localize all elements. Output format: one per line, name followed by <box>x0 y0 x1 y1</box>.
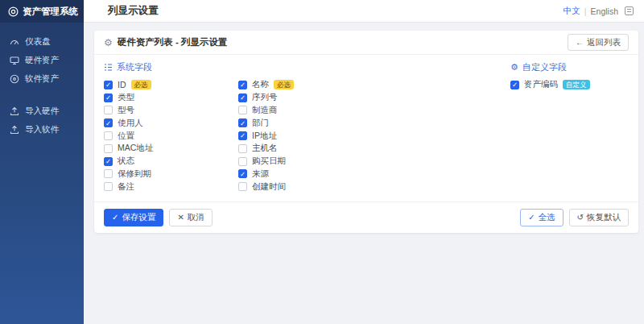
field-row: 型号 <box>104 105 238 117</box>
field-label: ID <box>118 80 126 89</box>
custom-fields-title: 自定义字段 <box>522 61 567 73</box>
sidebar-item-import-hardware[interactable]: 导入硬件 <box>0 102 84 120</box>
field-row: ✓序列号 <box>238 92 373 104</box>
checkbox[interactable]: ✓ <box>238 81 247 89</box>
checkbox[interactable]: ✓ <box>238 169 247 178</box>
menu-group-divider <box>0 88 84 102</box>
custom-fields-section: ⚙ 自定义字段 ✓资产编码自定义 <box>510 61 590 193</box>
cancel-button[interactable]: ✕ 取消 <box>169 209 212 226</box>
field-label: 部门 <box>252 118 269 129</box>
checkbox[interactable]: ✓ <box>104 157 113 166</box>
card-footer: ✓ 保存设置 ✕ 取消 ✓ 全选 <box>94 201 638 233</box>
checkbox[interactable]: ✓ <box>238 131 247 140</box>
field-row: ✓IP地址 <box>238 130 373 142</box>
field-row: 制造商 <box>238 105 373 117</box>
sidebar-item-software-assets[interactable]: 软件资产 <box>0 69 84 88</box>
close-icon: ✕ <box>177 214 184 222</box>
sidebar-item-import-software[interactable]: 导入软件 <box>0 120 84 139</box>
checkbox[interactable]: ✓ <box>238 93 247 102</box>
checkbox[interactable] <box>238 157 247 166</box>
checkbox[interactable] <box>104 169 113 178</box>
field-row: 备注 <box>104 181 238 193</box>
field-label: 型号 <box>118 105 134 116</box>
check-icon: ✓ <box>112 214 118 222</box>
checkbox[interactable] <box>238 106 247 114</box>
field-row: ✓状态 <box>104 156 238 168</box>
content: ⚙ 硬件资产列表 - 列显示设置 ← 返回列表 <box>84 23 644 324</box>
arrow-left-icon: ← <box>576 39 584 47</box>
lang-english-link[interactable]: English <box>591 6 618 16</box>
field-row: ✓来源 <box>238 168 373 181</box>
field-label: 名称 <box>252 79 269 90</box>
docs-icon[interactable] <box>625 6 634 15</box>
custom-fields-header: ⚙ 自定义字段 <box>510 61 590 73</box>
field-row: 购买日期 <box>238 156 373 168</box>
checkbox[interactable] <box>238 144 247 153</box>
checkbox[interactable]: ✓ <box>238 118 247 127</box>
field-row: MAC地址 <box>104 143 238 155</box>
sidebar-item-label: 仪表盘 <box>25 36 51 48</box>
page-title: 列显示设置 <box>108 4 159 18</box>
sidebar-item-hardware-assets[interactable]: 硬件资产 <box>0 51 84 69</box>
settings-card: ⚙ 硬件资产列表 - 列显示设置 ← 返回列表 <box>94 31 638 233</box>
checkbox[interactable] <box>104 131 113 140</box>
field-badge: 必选 <box>131 80 151 89</box>
field-badge: 必选 <box>274 80 294 89</box>
checkbox[interactable]: ✓ <box>104 118 113 127</box>
back-to-list-button[interactable]: ← 返回列表 <box>568 34 629 52</box>
field-label: MAC地址 <box>118 143 153 154</box>
save-settings-button[interactable]: ✓ 保存设置 <box>104 209 163 226</box>
field-label: 位置 <box>118 131 134 142</box>
checkbox[interactable] <box>104 144 113 153</box>
field-badge: 自定义 <box>563 80 590 89</box>
field-label: 资产编码 <box>524 79 558 90</box>
checkbox[interactable] <box>238 182 247 191</box>
field-label: 类型 <box>118 92 134 103</box>
field-row: ✓名称必选 <box>238 79 373 91</box>
topbar: 列显示设置 中文 | English <box>84 0 644 23</box>
system-fields-grid: ✓ID必选✓类型型号✓使用人位置MAC地址✓状态保修到期备注 ✓名称必选✓序列号… <box>104 79 373 193</box>
reset-icon: ↺ <box>577 214 584 222</box>
field-row: 位置 <box>104 130 238 142</box>
card-header: ⚙ 硬件资产列表 - 列显示设置 ← 返回列表 <box>94 31 638 55</box>
language-switcher: 中文 | English <box>564 6 634 17</box>
logo-icon <box>8 6 19 17</box>
field-label: 购买日期 <box>252 156 286 167</box>
field-label: 创建时间 <box>252 181 286 193</box>
select-all-button[interactable]: ✓ 全选 <box>520 209 563 226</box>
gear-icon: ⚙ <box>104 38 113 48</box>
footer-left-actions: ✓ 保存设置 ✕ 取消 <box>104 209 213 226</box>
sidebar: 资产管理系统 仪表盘 硬件资产 <box>0 0 84 324</box>
hardware-icon <box>10 56 19 65</box>
custom-fields-list: ✓资产编码自定义 <box>510 79 590 91</box>
checkbox[interactable]: ✓ <box>104 81 113 89</box>
lang-chinese-link[interactable]: 中文 <box>564 6 580 17</box>
software-icon <box>10 74 19 84</box>
sidebar-menu: 仪表盘 硬件资产 软件资产 <box>0 23 84 139</box>
field-row: 创建时间 <box>238 181 373 193</box>
sidebar-item-dashboard[interactable]: 仪表盘 <box>0 32 84 51</box>
sidebar-item-label: 导入硬件 <box>25 106 59 117</box>
field-row: ✓资产编码自定义 <box>510 79 590 91</box>
checkbox[interactable] <box>104 182 113 191</box>
system-fields-title: 系统字段 <box>117 61 152 73</box>
app-title: 资产管理系统 <box>23 6 78 18</box>
field-row: ✓类型 <box>104 92 238 104</box>
gear-icon: ⚙ <box>510 63 518 72</box>
checkbox[interactable]: ✓ <box>104 93 113 102</box>
dashboard-icon <box>10 37 19 47</box>
list-icon <box>104 63 113 72</box>
field-label: 保修到期 <box>118 168 151 180</box>
system-fields-col-1: ✓ID必选✓类型型号✓使用人位置MAC地址✓状态保修到期备注 <box>104 79 238 193</box>
card-body: 系统字段 ✓ID必选✓类型型号✓使用人位置MAC地址✓状态保修到期备注 ✓名称必… <box>94 55 638 201</box>
field-row: ✓部门 <box>238 117 373 129</box>
field-row: 主机名 <box>238 143 373 155</box>
restore-default-button[interactable]: ↺ 恢复默认 <box>569 209 629 226</box>
field-label: 序列号 <box>252 92 278 103</box>
field-label: 状态 <box>118 156 134 167</box>
app-logo: 资产管理系统 <box>0 0 84 23</box>
checkbox[interactable] <box>104 106 113 114</box>
checkbox[interactable]: ✓ <box>510 81 519 89</box>
field-row: 保修到期 <box>104 168 238 181</box>
lang-divider: | <box>584 6 587 16</box>
